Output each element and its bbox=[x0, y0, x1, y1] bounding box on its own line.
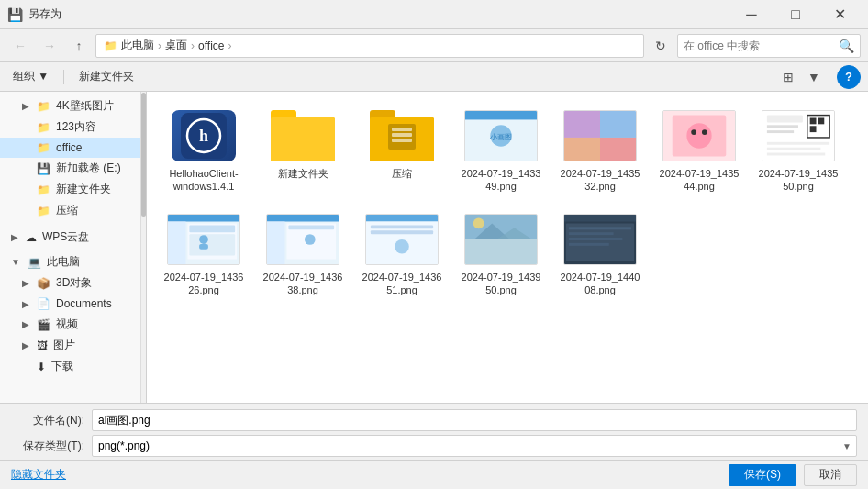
file-item-img1[interactable]: 小画图 2024-07-19_143349.png bbox=[455, 103, 547, 199]
filetype-label: 保存类型(T): bbox=[11, 439, 84, 454]
file-thumb bbox=[266, 212, 339, 267]
filename-row: 文件名(N): bbox=[11, 409, 857, 431]
svg-rect-56 bbox=[371, 230, 433, 234]
sidebar-item-video[interactable]: ▶ 🎬 视频 bbox=[0, 314, 146, 335]
organize-label: 组织 ▼ bbox=[13, 69, 49, 84]
file-name: 2024-07-19_144008.png bbox=[558, 271, 642, 297]
svg-rect-42 bbox=[189, 225, 235, 232]
file-thumb bbox=[662, 108, 736, 163]
file-item-img6[interactable]: 2024-07-19_143638.png bbox=[257, 206, 349, 303]
file-item-img2[interactable]: 2024-07-19_143532.png bbox=[554, 103, 646, 199]
minimize-button[interactable]: ─ bbox=[730, 0, 773, 29]
sidebar: ▶ 📁 4K壁纸图片 ▶ 📁 123内容 ▶ 📁 office ▶ 💾 新加载卷… bbox=[0, 92, 147, 403]
file-thumb: h bbox=[167, 108, 240, 163]
view-controls: ⊞ ▼ ? bbox=[776, 65, 861, 89]
app-icon: h bbox=[172, 110, 236, 161]
sidebar-item-pictures[interactable]: ▶ 🖼 图片 bbox=[0, 335, 146, 356]
svg-rect-20 bbox=[564, 138, 600, 161]
file-item-compress[interactable]: 压缩 bbox=[356, 103, 448, 199]
svg-rect-21 bbox=[600, 138, 636, 161]
file-item-newfolder[interactable]: 新建文件夹 bbox=[257, 103, 349, 199]
sidebar-item-3d[interactable]: ▶ 📦 3D对象 bbox=[0, 272, 146, 294]
sidebar-item-4k[interactable]: ▶ 📁 4K壁纸图片 bbox=[0, 95, 146, 117]
file-item-img5[interactable]: 2024-07-19_143626.png bbox=[158, 206, 250, 303]
file-item-img8[interactable]: 2024-07-19_143950.png bbox=[455, 206, 547, 303]
svg-point-24 bbox=[686, 123, 711, 148]
sidebar-item-label: 4K壁纸图片 bbox=[56, 98, 114, 114]
refresh-button[interactable]: ↻ bbox=[648, 33, 673, 59]
svg-rect-32 bbox=[767, 116, 803, 123]
filetype-row: 保存类型(T): png(*.png) bbox=[11, 435, 857, 457]
search-box: 🔍 bbox=[677, 34, 861, 58]
cloud-icon: ☁ bbox=[26, 231, 37, 244]
file-name: 2024-07-19_143950.png bbox=[459, 271, 543, 297]
file-item-img4[interactable]: 2024-07-19_143550.png bbox=[752, 103, 844, 199]
sidebar-item-thispc[interactable]: ▼ 💻 此电脑 bbox=[0, 251, 146, 272]
svg-point-44 bbox=[199, 235, 208, 244]
sidebar-item-label: 压缩 bbox=[56, 203, 78, 218]
breadcrumb-desktop[interactable]: 桌面 bbox=[165, 38, 187, 53]
maximize-button[interactable]: □ bbox=[774, 0, 817, 29]
svg-point-63 bbox=[473, 217, 484, 228]
sidebar-item-label: office bbox=[56, 141, 82, 154]
file-item-img9[interactable]: 2024-07-19_144008.png bbox=[554, 206, 646, 303]
sidebar-item-wps[interactable]: ▶ ☁ WPS云盘 bbox=[0, 227, 146, 248]
file-item-hellohao[interactable]: h HellohaoClient-windows1.4.1 bbox=[158, 103, 250, 199]
sidebar-item-newfolder[interactable]: ▶ 📁 新建文件夹 bbox=[0, 179, 146, 200]
file-name: 压缩 bbox=[392, 167, 412, 180]
svg-rect-30 bbox=[818, 118, 824, 125]
sidebar-item-123[interactable]: ▶ 📁 123内容 bbox=[0, 117, 146, 138]
back-button[interactable]: ← bbox=[7, 33, 33, 59]
search-icon[interactable]: 🔍 bbox=[839, 39, 854, 53]
svg-point-26 bbox=[702, 129, 707, 135]
breadcrumb-thispc[interactable]: 此电脑 bbox=[121, 38, 154, 53]
svg-rect-19 bbox=[600, 111, 636, 138]
sidebar-item-label: 图片 bbox=[53, 338, 75, 353]
folder-icon: 📁 bbox=[37, 141, 50, 154]
new-folder-button[interactable]: 新建文件夹 bbox=[73, 66, 139, 88]
sidebar-item-label: 此电脑 bbox=[47, 254, 80, 270]
cancel-button[interactable]: 取消 bbox=[804, 464, 857, 486]
pictures-icon: 🖼 bbox=[37, 339, 48, 352]
sidebar-item-newvol[interactable]: ▶ 💾 新加载卷 (E:) bbox=[0, 158, 146, 179]
forward-button[interactable]: → bbox=[37, 33, 62, 59]
bottom-form: 文件名(N): 保存类型(T): png(*.png) bbox=[0, 403, 868, 460]
svg-rect-51 bbox=[288, 225, 334, 229]
window-icon: 💾 bbox=[7, 7, 23, 22]
view-dropdown-button[interactable]: ▼ bbox=[802, 65, 826, 89]
file-name: 2024-07-19_143638.png bbox=[261, 271, 345, 297]
file-thumb bbox=[365, 212, 439, 267]
sidebar-item-label: 新加载卷 (E:) bbox=[56, 161, 121, 176]
file-name: 2024-07-19_143349.png bbox=[459, 167, 543, 194]
save-button[interactable]: 保存(S) bbox=[729, 464, 796, 486]
3d-icon: 📦 bbox=[37, 277, 50, 290]
sidebar-item-label: WPS云盘 bbox=[42, 229, 89, 245]
view-mode-button[interactable]: ⊞ bbox=[776, 65, 800, 89]
file-item-img7[interactable]: 2024-07-19_143651.png bbox=[356, 206, 448, 303]
search-input[interactable] bbox=[684, 39, 839, 52]
svg-rect-53 bbox=[366, 214, 438, 221]
svg-text:h: h bbox=[199, 127, 208, 145]
close-button[interactable]: ✕ bbox=[818, 0, 861, 29]
title-bar-controls: ─ □ ✕ bbox=[730, 0, 861, 29]
file-item-img3[interactable]: 2024-07-19_143544.png bbox=[653, 103, 745, 199]
filetype-select[interactable]: png(*.png) bbox=[92, 435, 857, 457]
navigation-toolbar: ← → ↑ 📁 此电脑 › 桌面 › office › ↻ 🔍 bbox=[0, 29, 868, 62]
up-button[interactable]: ↑ bbox=[66, 33, 92, 59]
sidebar-item-documents[interactable]: ▶ 📄 Documents bbox=[0, 294, 146, 314]
organize-button[interactable]: 组织 ▼ bbox=[7, 66, 54, 88]
new-folder-label: 新建文件夹 bbox=[79, 69, 134, 84]
help-button[interactable]: ? bbox=[837, 65, 861, 89]
sidebar-item-compress[interactable]: ▶ 📁 压缩 bbox=[0, 200, 146, 221]
sidebar-item-downloads[interactable]: ▶ ⬇ 下载 bbox=[0, 356, 146, 377]
breadcrumb-office[interactable]: office bbox=[198, 39, 224, 52]
svg-point-25 bbox=[691, 129, 696, 135]
file-thumb bbox=[167, 212, 240, 267]
drive-icon: 💾 bbox=[37, 162, 50, 175]
filename-input[interactable] bbox=[92, 409, 857, 431]
sidebar-item-label: Documents bbox=[56, 297, 112, 310]
sidebar-scrollbar[interactable] bbox=[140, 92, 146, 403]
sidebar-item-office[interactable]: ▶ 📁 office bbox=[0, 138, 146, 158]
sidebar-item-label: 下载 bbox=[51, 359, 73, 374]
file-name: 2024-07-19_143532.png bbox=[558, 167, 642, 194]
